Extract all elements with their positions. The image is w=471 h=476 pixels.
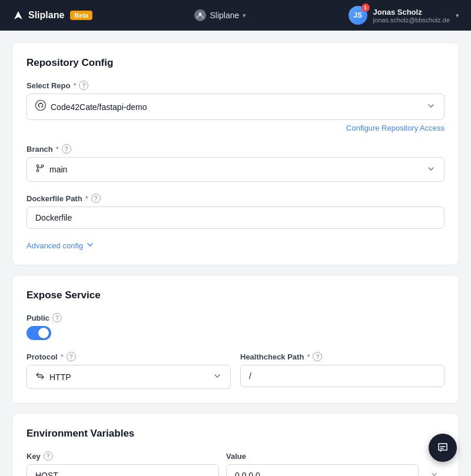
navbar: Sliplane Beta Sliplane ▾ JS 1 Jonas Scho… [0, 0, 471, 31]
branch-chevron-icon [426, 164, 436, 175]
healthcheck-input[interactable] [240, 365, 445, 387]
select-repo-label: Select Repo * ? [26, 81, 445, 90]
select-repo-chevron-icon [426, 101, 436, 112]
user-chevron-icon: ▾ [456, 12, 459, 19]
env-key-col-label: Key ? [26, 451, 219, 461]
env-value-input[interactable] [226, 464, 419, 476]
healthcheck-group: Healthcheck Path * ? [240, 352, 445, 389]
branch-dropdown[interactable]: main [26, 157, 445, 182]
org-icon [194, 9, 206, 21]
public-toggle[interactable] [26, 326, 51, 340]
github-icon [35, 100, 46, 114]
svg-point-4 [37, 169, 39, 172]
required-star: * [73, 81, 76, 90]
main-content: Repository Config Select Repo * ? Code42… [0, 31, 471, 476]
avatar: JS 1 [349, 6, 367, 25]
dockerfile-required-star: * [85, 194, 88, 203]
branch-group: Branch * ? main [26, 144, 445, 182]
dockerfile-help-icon[interactable]: ? [91, 194, 101, 203]
sliplane-logo-icon [12, 9, 25, 22]
env-value-col-label: Value [226, 451, 419, 461]
protocol-value: HTTP [35, 371, 71, 382]
healthcheck-required-star: * [307, 352, 310, 361]
toggle-thumb [38, 328, 49, 338]
navbar-logo[interactable]: Sliplane [12, 9, 64, 22]
logo-text: Sliplane [28, 10, 64, 21]
branch-icon [35, 164, 45, 175]
public-help-icon[interactable]: ? [52, 313, 62, 322]
dockerfile-input[interactable] [26, 207, 445, 229]
env-vars-title: Environment Variables [26, 428, 445, 440]
dockerfile-group: Dockerfile Path * ? [26, 194, 445, 229]
select-repo-group: Select Repo * ? Code42Cate/fastapi-demo [26, 81, 445, 132]
branch-value: main [35, 164, 67, 175]
org-chevron-icon: ▾ [243, 12, 246, 19]
user-info: Jonas Scholz jonas.scholz@bbscholz.de [373, 8, 450, 24]
svg-point-2 [36, 101, 46, 111]
public-group: Public ? [26, 313, 445, 340]
advanced-config-chevron-icon [86, 241, 94, 251]
org-name: Sliplane [210, 11, 239, 20]
navbar-org-selector[interactable]: Sliplane ▾ [194, 9, 246, 21]
expose-service-title: Expose Service [26, 289, 445, 301]
repository-config-card: Repository Config Select Repo * ? Code42… [12, 42, 459, 265]
protocol-healthcheck-row: Protocol * ? HT [26, 352, 445, 389]
navbar-left: Sliplane Beta [12, 9, 92, 22]
user-name: Jonas Scholz [373, 8, 450, 16]
branch-label: Branch * ? [26, 144, 445, 154]
protocol-label: Protocol * ? [26, 352, 231, 361]
table-row: ✕ [26, 464, 445, 476]
select-repo-help-icon[interactable]: ? [79, 81, 88, 90]
protocol-chevron-icon [213, 371, 222, 382]
env-delete-button[interactable]: ✕ [426, 467, 442, 476]
branch-help-icon[interactable]: ? [62, 144, 71, 154]
dockerfile-label: Dockerfile Path * ? [26, 194, 445, 203]
env-key-help-icon[interactable]: ? [44, 451, 53, 461]
chat-fab-button[interactable] [429, 434, 457, 462]
notification-badge: 1 [361, 4, 370, 12]
public-label: Public ? [26, 313, 445, 322]
select-repo-value: Code42Cate/fastapi-demo [35, 100, 147, 114]
repository-config-title: Repository Config [26, 57, 445, 69]
svg-marker-0 [14, 11, 22, 19]
branch-required-star: * [56, 145, 59, 154]
healthcheck-help-icon[interactable]: ? [313, 352, 322, 361]
chat-icon [436, 441, 449, 454]
protocol-arrows-icon [35, 371, 45, 382]
protocol-help-icon[interactable]: ? [67, 352, 76, 361]
expose-service-card: Expose Service Public ? Protocol * ? [12, 275, 459, 404]
environment-variables-card: Environment Variables Key ? Value ✕ [12, 413, 459, 476]
svg-point-5 [41, 165, 44, 167]
protocol-required-star: * [61, 352, 64, 361]
beta-badge: Beta [70, 11, 92, 20]
env-header-row: Key ? Value [26, 451, 445, 461]
protocol-dropdown[interactable]: HTTP [26, 365, 231, 389]
env-key-input[interactable] [26, 464, 219, 476]
svg-point-1 [199, 13, 202, 16]
user-email: jonas.scholz@bbscholz.de [373, 16, 450, 24]
configure-repository-link[interactable]: Configure Repository Access [26, 124, 445, 132]
svg-point-3 [37, 165, 39, 167]
healthcheck-label: Healthcheck Path * ? [240, 352, 445, 361]
advanced-config-link[interactable]: Advanced config [26, 241, 445, 251]
protocol-group: Protocol * ? HT [26, 352, 231, 389]
navbar-user[interactable]: JS 1 Jonas Scholz jonas.scholz@bbscholz.… [349, 6, 459, 25]
select-repo-dropdown[interactable]: Code42Cate/fastapi-demo [26, 94, 445, 120]
